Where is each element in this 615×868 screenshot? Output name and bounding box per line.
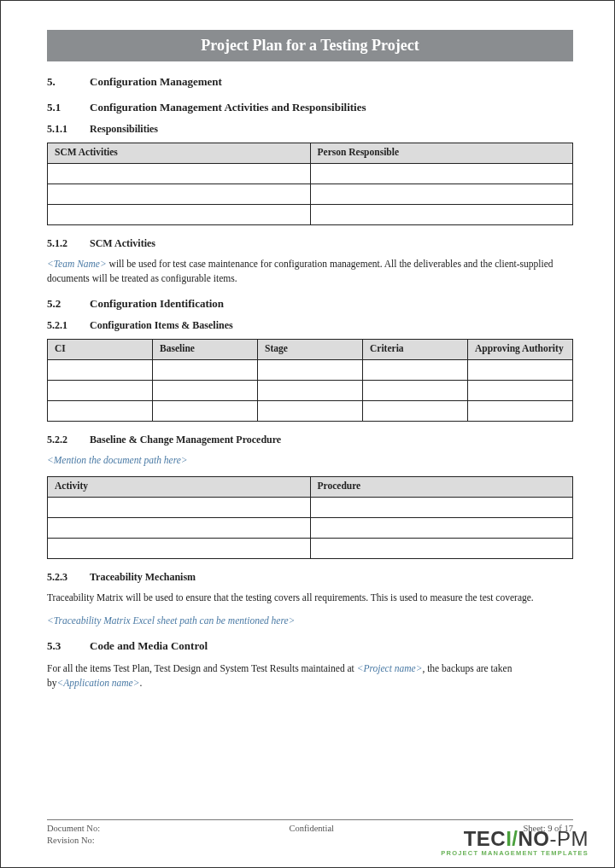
heading-5-2: 5.2 Configuration Identification <box>47 297 573 311</box>
secnum: 5.3 <box>47 639 90 653</box>
text: For all the items Test Plan, Test Design… <box>47 663 357 673</box>
sectitle: Traceability Mechanism <box>90 571 196 584</box>
table-row <box>48 184 573 205</box>
logo-part: -PM <box>550 827 589 850</box>
body-5-3: For all the items Test Plan, Test Design… <box>47 661 573 690</box>
table-row <box>48 539 573 559</box>
heading-5-1-2: 5.1.2 SCM Activities <box>47 237 573 250</box>
secnum: 5.2 <box>47 297 90 311</box>
th-person-responsible: Person Responsible <box>310 143 573 164</box>
table-baseline-change: Activity Procedure <box>47 476 573 559</box>
table-responsibilities: SCM Activities Person Responsible <box>47 143 573 225</box>
logo: TECI/NO-PM PROJECT MANAGEMENT TEMPLATES <box>441 827 589 857</box>
secnum: 5.2.1 <box>47 319 90 332</box>
page-title: Project Plan for a Testing Project <box>201 37 419 54</box>
secnum: 5.2.2 <box>47 434 90 446</box>
heading-5: 5. Configuration Management <box>47 75 573 89</box>
secnum: 5.1.1 <box>47 123 90 136</box>
heading-5-2-1: 5.2.1 Configuration Items & Baselines <box>47 319 573 332</box>
body-5-2-3: Traceability Matrix will be used to ensu… <box>47 591 573 605</box>
th-scm-activities: SCM Activities <box>48 143 311 164</box>
table-config-items: CI Baseline Stage Criteria Approving Aut… <box>47 339 573 422</box>
th-approving-authority: Approving Authority <box>468 340 573 360</box>
th-activity: Activity <box>48 477 311 498</box>
th-ci: CI <box>48 340 153 360</box>
heading-5-1: 5.1 Configuration Management Activities … <box>47 101 573 114</box>
logo-part: TEC <box>464 827 507 850</box>
table-row <box>48 164 573 184</box>
th-baseline: Baseline <box>153 340 258 360</box>
placeholder-team-name: <Team Name> <box>47 259 107 269</box>
sectitle: Configuration Identification <box>90 297 224 311</box>
heading-5-3: 5.3 Code and Media Control <box>47 639 573 653</box>
heading-5-2-3: 5.2.3 Traceability Mechanism <box>47 571 573 584</box>
sectitle: Responsibilities <box>90 123 158 136</box>
sectitle: Baseline & Change Management Procedure <box>90 434 281 446</box>
text: . <box>139 678 142 688</box>
footer-docno: Document No: <box>47 824 100 833</box>
table-row <box>48 498 573 518</box>
table-row <box>48 518 573 539</box>
table-row <box>48 381 573 401</box>
th-stage: Stage <box>258 340 363 360</box>
logo-accent: I/ <box>506 827 518 851</box>
table-row <box>48 401 573 422</box>
text: will be used for test case maintenance f… <box>47 259 554 283</box>
secnum: 5. <box>47 75 90 89</box>
sectitle: Configuration Items & Baselines <box>90 319 233 332</box>
placeholder-application-name: <Application name> <box>57 678 140 688</box>
placeholder-doc-path: <Mention the document path here> <box>47 453 573 468</box>
secnum: 5.2.3 <box>47 571 90 584</box>
sectitle: Configuration Management <box>90 75 222 89</box>
sectitle: SCM Activities <box>90 237 155 250</box>
table-row <box>48 360 573 381</box>
th-procedure: Procedure <box>310 477 573 498</box>
sectitle: Code and Media Control <box>90 639 208 653</box>
th-criteria: Criteria <box>363 340 468 360</box>
heading-5-2-2: 5.2.2 Baseline & Change Management Proce… <box>47 434 573 446</box>
heading-5-1-1: 5.1.1 Responsibilities <box>47 123 573 136</box>
secnum: 5.1 <box>47 101 90 114</box>
placeholder-project-name: <Project name> <box>357 663 423 673</box>
secnum: 5.1.2 <box>47 237 90 250</box>
table-row <box>48 205 573 225</box>
page-title-bar: Project Plan for a Testing Project <box>47 30 573 61</box>
placeholder-traceability-path: <Traceability Matrix Excel sheet path ca… <box>47 614 573 628</box>
sectitle: Configuration Management Activities and … <box>90 101 366 114</box>
document-page: Project Plan for a Testing Project 5. Co… <box>0 0 615 868</box>
footer-revision: Revision No: <box>47 836 95 845</box>
logo-part: NO <box>518 827 550 850</box>
body-5-1-2: <Team Name> will be used for test case m… <box>47 257 573 285</box>
logo-main: TECI/NO-PM <box>441 827 589 851</box>
